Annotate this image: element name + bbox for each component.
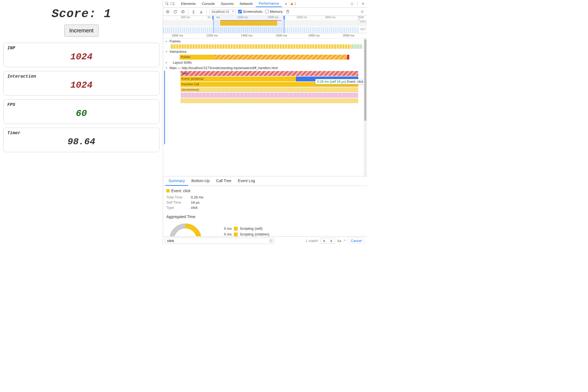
- tooltip-timing: 0.28 ms (self 18 µs): [317, 80, 346, 84]
- score-label: Score:: [51, 7, 96, 21]
- metric-card-inp: INP 1024: [3, 43, 160, 67]
- metric-value: 60: [7, 108, 155, 119]
- pointer-bar[interactable]: Pointer: [180, 55, 214, 60]
- search-match-count: 1 match: [306, 239, 318, 243]
- score-value: 1: [104, 7, 111, 21]
- legend-swatch: [234, 227, 238, 231]
- summary-tabstrip: Summary Bottom-Up Call Tree Event Log: [163, 176, 367, 186]
- increment-button[interactable]: Increment: [64, 24, 99, 37]
- yellow-lane: [180, 98, 358, 103]
- selection-handle-left[interactable]: [212, 16, 214, 20]
- metric-value: 1024: [7, 80, 155, 90]
- pointer-end-marker: [347, 55, 349, 60]
- close-icon[interactable]: ✕: [360, 1, 365, 6]
- anonymous-bar[interactable]: (anonymous): [180, 87, 358, 92]
- track-frames[interactable]: Frames: [163, 39, 367, 44]
- clear-icon[interactable]: [180, 9, 185, 14]
- flame-ruler: 1000 ms 1200 ms 1400 ms 1600 ms 1800 ms …: [163, 33, 367, 39]
- layout-bar[interactable]: [180, 93, 358, 98]
- metric-label: Timer: [7, 131, 155, 136]
- scrollbar-thumb[interactable]: [364, 39, 366, 121]
- metric-label: INP: [7, 46, 155, 51]
- svg-point-9: [362, 11, 363, 12]
- tooltip-label: Event: click: [347, 80, 363, 84]
- task-lane: Task: [180, 71, 358, 76]
- stab-calltree[interactable]: Call Tree: [213, 176, 235, 186]
- search-input[interactable]: [165, 238, 274, 244]
- sub-bar[interactable]: [180, 98, 358, 103]
- overview-timeline[interactable]: 500 ms 10 ms 1500 ms 2000 ms 2500 ms 300…: [163, 16, 367, 33]
- summary-header: Event: click: [171, 189, 191, 193]
- score-display: Score: 1: [51, 7, 111, 21]
- type-key: Type: [166, 206, 191, 210]
- upload-icon[interactable]: [191, 9, 196, 14]
- track-main[interactable]: Main — http://localhost:5173/understandi…: [163, 65, 367, 71]
- stab-bottomup[interactable]: Bottom-Up: [188, 176, 213, 186]
- search-prev-icon[interactable]: ∧: [321, 238, 328, 243]
- track-interactions[interactable]: Interactions: [163, 49, 367, 54]
- memory-checkbox[interactable]: Memory: [265, 10, 283, 14]
- settings-icon[interactable]: [350, 1, 354, 6]
- search-nav: ∧ ∨: [320, 238, 335, 244]
- warning-icon: [290, 2, 293, 5]
- event-swatch: [166, 189, 170, 192]
- task-bar[interactable]: Task: [180, 71, 358, 76]
- frames-lane: [170, 44, 363, 49]
- warning-badge[interactable]: 1: [290, 2, 296, 6]
- tab-console[interactable]: Console: [199, 1, 218, 7]
- self-time-key: Self Time: [166, 200, 191, 204]
- net-label: NET: [360, 28, 366, 31]
- device-icon[interactable]: [170, 1, 175, 6]
- tabs-more[interactable]: »: [282, 1, 290, 7]
- inspect-icon[interactable]: [165, 1, 170, 6]
- pointer-long-bar[interactable]: [215, 55, 347, 60]
- interactions-lane: Pointer: [170, 54, 363, 60]
- demo-app: Score: 1 Increment INP 1024 Interaction …: [0, 0, 163, 245]
- metric-value: 98.64: [7, 137, 155, 147]
- kebab-icon[interactable]: ⋮: [355, 1, 360, 6]
- gc-icon[interactable]: [285, 9, 290, 14]
- metric-label: FPS: [7, 102, 155, 107]
- flame-chart[interactable]: 1000 ms 1200 ms 1400 ms 1600 ms 1800 ms …: [163, 33, 367, 176]
- search-cancel-button[interactable]: Cancel: [348, 238, 365, 244]
- legend-swatch: [234, 232, 238, 236]
- perf-settings-icon[interactable]: [360, 9, 365, 14]
- devtools-tabstrip: Elements Console Sources Network Perform…: [163, 0, 367, 8]
- search-next-icon[interactable]: ∨: [328, 238, 335, 243]
- anon-lane: (anonymous): [180, 87, 358, 93]
- screenshots-checkbox[interactable]: Screenshots: [238, 10, 262, 14]
- record-icon[interactable]: [165, 9, 170, 14]
- memory-input[interactable]: [265, 10, 269, 13]
- tab-network[interactable]: Network: [237, 1, 256, 7]
- screenshots-input[interactable]: [238, 10, 242, 13]
- tab-performance[interactable]: Performance: [256, 0, 281, 7]
- download-icon[interactable]: [199, 9, 204, 14]
- agg-title: Aggregated Time: [166, 215, 364, 219]
- selection-handle-right[interactable]: [283, 16, 285, 20]
- pink-lane: [180, 93, 358, 98]
- total-time-val: 0.28 ms: [191, 195, 364, 199]
- session-select[interactable]: localhost #1: [209, 9, 235, 14]
- warning-count: 1: [294, 2, 296, 6]
- event-pointerup-bar[interactable]: Event: pointerup: [180, 76, 296, 81]
- svg-rect-1: [170, 2, 173, 5]
- svg-line-7: [182, 11, 184, 13]
- tab-elements[interactable]: Elements: [178, 1, 198, 7]
- search-regex-toggle[interactable]: .*: [344, 239, 346, 243]
- reload-icon[interactable]: [173, 9, 178, 14]
- stab-summary[interactable]: Summary: [165, 176, 188, 186]
- search-bar: ⓧ 1 match ∧ ∨ Aa .* Cancel: [163, 236, 367, 245]
- cpu-label: CPU: [360, 20, 366, 23]
- total-time-key: Total Time: [166, 195, 191, 199]
- track-layout-shifts[interactable]: Layout Shifts: [163, 60, 367, 65]
- flame-scrollbar[interactable]: [364, 39, 367, 176]
- metric-card-interaction: Interaction 1024: [3, 71, 160, 96]
- metric-card-timer: Timer 98.64: [3, 128, 160, 152]
- flame-tooltip: 0.28 ms (self 18 µs) Event: click: [315, 79, 365, 84]
- tab-sources[interactable]: Sources: [218, 1, 237, 7]
- search-clear-icon[interactable]: ⓧ: [269, 238, 273, 243]
- search-case-toggle[interactable]: Aa: [337, 239, 341, 243]
- overview-selection[interactable]: [213, 16, 284, 33]
- main-track-marker: [164, 71, 165, 144]
- stab-eventlog[interactable]: Event Log: [235, 176, 258, 186]
